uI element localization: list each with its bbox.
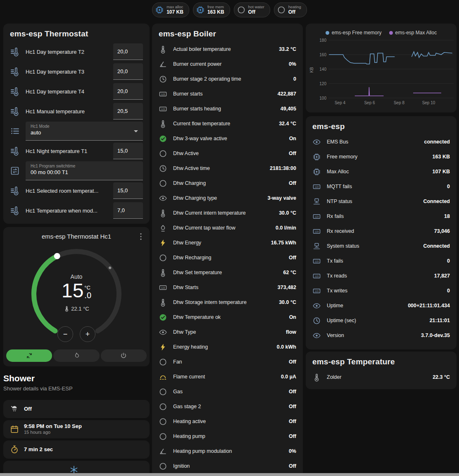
chip-icon [312, 153, 321, 161]
auto-icon [26, 352, 33, 359]
entity-row[interactable]: Hc1 Program switchtime 00 mo 00:00 T1 Hc… [10, 161, 143, 181]
sensor-value: On [289, 136, 296, 141]
hvac-mode-button[interactable] [101, 349, 147, 362]
sensor-value: 16.75 kWh [271, 240, 296, 246]
sensor-row[interactable]: NTP status Connected [312, 194, 450, 209]
counter-icon [312, 287, 321, 295]
sensor-row[interactable]: Gas Off [159, 384, 296, 399]
sensor-row[interactable]: Tx reads 17,827 [312, 268, 450, 283]
sensor-row[interactable]: Dhw Energy 16.75 kWh [159, 235, 296, 250]
sensor-row[interactable]: Dhw Charging type 3-way valve [159, 191, 296, 206]
temp-decrease-button[interactable]: − [57, 326, 73, 342]
hvac-mode-button[interactable] [6, 349, 52, 362]
target-temp-decimal: .0 [84, 291, 91, 300]
circle-icon [159, 462, 167, 471]
sensor-row[interactable]: Zolder 22.3 °C [312, 370, 450, 385]
sensor-row[interactable]: Dhw Active time 2181:38:00 [159, 161, 296, 176]
sensor-row[interactable]: Free memory 163 KB [312, 149, 450, 164]
sensor-row[interactable]: Actual boiler temperature 33.2 °C [159, 42, 296, 57]
hvac-mode-button[interactable] [53, 349, 99, 362]
eye-icon [312, 138, 321, 146]
legend-item[interactable]: ems-esp Max Alloc [389, 30, 437, 36]
sensor-row[interactable]: Burner stage 2 operating time 0 [159, 72, 296, 86]
number-input[interactable]: 20,5 [113, 103, 143, 120]
shower-card[interactable]: 9:58 PM on Tue 10 Sep 15 hours ago [3, 420, 150, 438]
sensor-row[interactable]: Burner starts heating 49,405 [159, 101, 296, 116]
sensor-row[interactable]: Uptime (sec) 21:11:01 [312, 313, 450, 328]
sensor-row[interactable]: Dhw Charging Off [159, 176, 296, 191]
number-input[interactable]: 7,0 [113, 202, 143, 219]
legend-item[interactable]: ems-esp Free memory [326, 30, 382, 36]
sensor-row[interactable]: Rx received 73,046 [312, 224, 450, 239]
sensor-row[interactable]: Dhw 3-way valve active On [159, 131, 296, 146]
sensor-row[interactable]: Current flow temperature 32.4 °C [159, 116, 296, 131]
select-field[interactable]: Hc1 Mode auto [26, 122, 143, 141]
sensor-row[interactable]: Tx fails 0 [312, 254, 450, 268]
sensor-row[interactable]: Dhw Type flow [159, 325, 296, 340]
sensor-row[interactable]: Dhw Starts 373,482 [159, 280, 296, 295]
sensor-name: System status [327, 243, 417, 249]
sensor-row[interactable]: System status Connected [312, 239, 450, 254]
sensor-row[interactable]: Dhw Recharging Off [159, 250, 296, 265]
sensor-row[interactable]: Max Alloc 107 KB [312, 164, 450, 179]
sensor-row[interactable]: Dhw Temperature ok On [159, 310, 296, 325]
sensor-row[interactable]: Dhw Current tap water flow 0.0 l/min [159, 220, 296, 235]
status-badge[interactable]: heating Off [274, 2, 307, 17]
status-badge[interactable]: hot water Off [234, 2, 270, 17]
sensor-row[interactable]: Dhw Current intern temperature 30.0 °C [159, 206, 296, 220]
sensor-row[interactable]: Dhw Active Off [159, 146, 296, 161]
sensor-row[interactable]: Dhw Storage intern temperature 30.0 °C [159, 295, 296, 310]
sensor-row[interactable]: Ignition Off [159, 459, 296, 474]
sensor-row[interactable]: Burner starts 422,887 [159, 86, 296, 101]
sensor-row[interactable]: MQTT fails 0 [312, 179, 450, 194]
sensor-row[interactable]: Gas stage 2 Off [159, 399, 296, 414]
temperature-card: ems-esp Temperature Zolder 22.3 °C [306, 352, 457, 389]
number-input[interactable]: 20,0 [113, 83, 143, 100]
entity-row[interactable]: Hc1 Temperature when mod... 7,0 Hc1 Temp… [10, 201, 143, 220]
sensor-row[interactable]: Uptime 000+21:11:01.434 [312, 298, 450, 313]
select-field[interactable]: Hc1 Program switchtime 00 mo 00:00 T1 [26, 161, 143, 180]
eye-icon [159, 328, 167, 337]
number-input[interactable]: 15,0 [113, 143, 143, 159]
shower-card[interactable]: Off [3, 400, 150, 418]
number-input[interactable]: 20,0 [113, 63, 143, 80]
sensor-row[interactable]: Burner current power 0% [159, 57, 296, 72]
entity-row[interactable]: Hc1 Day temperature T2 20,0 Hc1 Day temp… [10, 42, 143, 62]
chip-icon [196, 5, 205, 14]
clock-icon [159, 75, 167, 84]
status-badge[interactable]: max alloc 107 KB [152, 2, 189, 17]
sensor-row[interactable]: Rx fails 18 [312, 209, 450, 224]
entity-row[interactable]: Hc1 Day temperature T4 20,0 Hc1 Day temp… [10, 81, 143, 101]
sensor-value: 32.4 °C [279, 121, 296, 127]
sensor-value: flow [286, 329, 296, 335]
sensor-row[interactable]: Dhw Set temperature 62 °C [159, 265, 296, 280]
sensor-row[interactable]: Tx writes 0 [312, 283, 450, 298]
dots-vertical-icon[interactable] [136, 232, 145, 241]
status-badge[interactable]: free mem 163 KB [193, 2, 230, 17]
svg-text:Sep 8: Sep 8 [394, 100, 405, 105]
sensor-name: Free memory [327, 154, 427, 160]
horizontal-scrollbar[interactable] [0, 473, 459, 476]
entity-row[interactable]: Hc1 Night temperature T1 15,0 Hc1 Night … [10, 141, 143, 161]
shower-card[interactable]: 7 min 2 sec [3, 440, 150, 459]
entity-row[interactable]: Hc1 Mode auto Hc1 Mode auto [10, 121, 143, 141]
sensor-row[interactable]: Heating active Off [159, 414, 296, 429]
number-input[interactable]: 20,0 [113, 43, 143, 60]
sensor-row[interactable]: Energy heating 0.0 kWh [159, 340, 296, 354]
sensor-row[interactable]: Heating pump modulation 0% [159, 444, 296, 459]
entity-row[interactable]: Hc1 Day temperature T3 20,0 Hc1 Day temp… [10, 62, 143, 81]
sensor-row[interactable]: Fan Off [159, 354, 296, 369]
number-input[interactable]: 15,0 [113, 182, 143, 199]
entity-row[interactable]: Hc1 Manual temperature 20,5 Hc1 Manual t… [10, 101, 143, 121]
hvac-mode-label: Auto [27, 273, 126, 280]
sensor-row[interactable]: Version 3.7.0-dev.35 [312, 328, 450, 343]
sensor-name: Dhw Active [173, 151, 283, 156]
sensor-row[interactable]: Heating pump Off [159, 429, 296, 444]
sensor-name: Uptime [327, 303, 402, 309]
temp-increase-button[interactable]: + [80, 326, 95, 342]
sensor-row[interactable]: Flame current 0.0 µA [159, 369, 296, 384]
angle-icon [159, 60, 167, 69]
sensor-row[interactable]: EMS Bus connected [312, 134, 450, 149]
entity-row[interactable]: Hc1 Selected room temperat... 15,0 Hc1 S… [10, 181, 143, 201]
sensor-name: Dhw 3-way valve active [173, 136, 283, 141]
